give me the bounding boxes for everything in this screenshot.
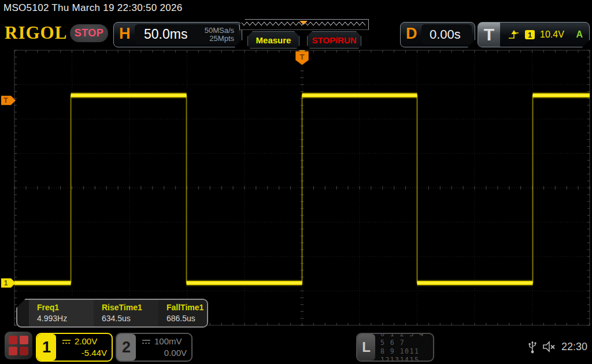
memory-position-indicator [240, 20, 367, 28]
logic-analyzer-label[interactable]: L [357, 334, 375, 361]
memory-depth: 25Mpts [209, 34, 234, 43]
header-bar: RIGOL STOP H 50.0ms 50MSa/s 25Mpts Measu… [0, 17, 592, 50]
digital-channels-row1: 0 1 2 3 4 5 6 7 [380, 333, 433, 347]
trigger-label: T [478, 23, 500, 47]
rising-edge-trigger-icon [508, 29, 520, 40]
channel1-number[interactable]: 1 [37, 334, 56, 361]
delay-settings-box[interactable]: D 0.00s [400, 22, 475, 47]
digital-channels-row2: 8 9 1011 12131415 [380, 347, 433, 362]
measurement-label: Freq1 [37, 303, 94, 312]
channel2-status[interactable]: 2 100mV 0.00V [116, 333, 193, 362]
trigger-position-marker-letter: T [300, 53, 305, 61]
dc-coupling-icon [142, 339, 151, 344]
clock: 22:30 [561, 341, 587, 353]
status-tray: 22:30 [528, 329, 589, 364]
measurement-label: FallTime1 [166, 303, 207, 312]
measurement-risetime1[interactable]: RiseTime1 634.5us [94, 300, 158, 326]
channel1-offset: -5.44V [62, 347, 107, 359]
measure-button[interactable]: Measure [247, 31, 299, 49]
main-menu-button[interactable] [5, 332, 32, 359]
trigger-settings-box[interactable]: T 1 10.4V A [478, 22, 590, 47]
bottom-bar: 1 2.00V -5.44V 2 [0, 329, 592, 364]
stop-run-button[interactable]: STOP/RUN [307, 31, 361, 49]
sample-rate: 50MSa/s [205, 26, 234, 35]
menu-grid-icon [9, 336, 17, 344]
dc-coupling-icon [62, 339, 71, 344]
waveform-position-bar[interactable] [239, 19, 369, 30]
titlebar: MSO5102 Thu March 19 22:30:50 2026 [0, 0, 592, 17]
delay-label: D [406, 25, 417, 43]
measurements-panel[interactable]: Freq1 4.993Hz RiseTime1 634.5us FallTime… [16, 299, 208, 328]
channel1-scale: 2.00V [75, 336, 97, 347]
measurement-value: 634.5us [102, 314, 158, 323]
trigger-source-badge: 1 [525, 30, 535, 39]
measurement-label: RiseTime1 [102, 303, 158, 312]
horizontal-label: H [119, 25, 131, 43]
channel1-status[interactable]: 1 2.00V -5.44V [36, 333, 113, 362]
timebase-value[interactable]: 50.0ms [144, 27, 187, 42]
model-and-datetime: MSO5102 Thu March 19 22:30:50 2026 [3, 2, 182, 14]
oscilloscope-screen: TT1 MSO5102 Thu March 19 22:30:50 2026 R… [0, 0, 592, 364]
rigol-logo: RIGOL [5, 23, 67, 43]
measurement-falltime1[interactable]: FallTime1 686.5us [158, 300, 207, 326]
sound-muted-icon [542, 340, 557, 353]
horizontal-settings-box[interactable]: H 50.0ms 50MSa/s 25Mpts [113, 22, 242, 47]
measurement-freq1[interactable]: Freq1 4.993Hz [29, 300, 94, 326]
channel2-offset: 0.00V [142, 347, 187, 359]
trigger-level-value[interactable]: 10.4V [540, 29, 564, 40]
channel2-scale: 100mV [154, 336, 182, 347]
channel2-number[interactable]: 2 [117, 334, 136, 361]
usb-icon [528, 339, 537, 354]
run-state-indicator: STOP [70, 24, 108, 42]
measurement-value: 686.5us [166, 314, 207, 323]
trigger-mode: A [576, 29, 583, 40]
logic-analyzer-status[interactable]: L 0 1 2 3 4 5 6 7 8 9 1011 12131415 [356, 333, 434, 362]
trigger-level-marker-letter: T [3, 96, 8, 105]
measurement-value: 4.993Hz [37, 314, 94, 323]
trigger-delay-value[interactable]: 0.00s [430, 27, 461, 42]
channel1-position-marker-number: 1 [4, 279, 8, 287]
